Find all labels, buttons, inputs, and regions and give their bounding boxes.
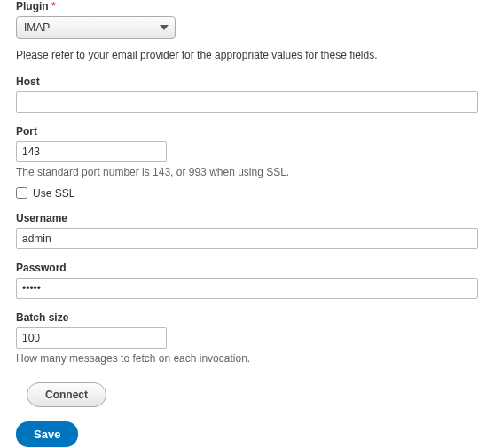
plugin-field: Plugin * IMAP: [16, 0, 478, 39]
connect-button[interactable]: Connect: [27, 382, 106, 407]
port-desc: The standard port number is 143, or 993 …: [16, 166, 478, 178]
batch-input[interactable]: [16, 327, 167, 349]
plugin-label-text: Plugin: [16, 0, 49, 12]
plugin-label: Plugin *: [16, 0, 478, 12]
plugin-select[interactable]: IMAP: [16, 16, 176, 39]
port-label: Port: [16, 125, 478, 138]
ssl-label: Use SSL: [33, 187, 74, 200]
save-button[interactable]: Save: [16, 421, 78, 447]
password-input[interactable]: [16, 278, 478, 299]
plugin-hint: Please refer to your email provider for …: [16, 48, 478, 63]
plugin-select-wrap: IMAP: [16, 16, 176, 39]
required-marker: *: [51, 0, 56, 12]
host-field: Host: [16, 75, 478, 113]
batch-field: Batch size How many messages to fetch on…: [16, 311, 478, 365]
password-label: Password: [16, 262, 478, 274]
batch-desc: How many messages to fetch on each invoc…: [16, 352, 478, 365]
host-label: Host: [16, 75, 478, 88]
port-field: Port The standard port number is 143, or…: [16, 125, 478, 178]
username-label: Username: [16, 212, 478, 224]
host-input[interactable]: [16, 91, 478, 113]
ssl-checkbox[interactable]: [16, 187, 27, 199]
batch-label: Batch size: [16, 311, 478, 324]
port-input[interactable]: [16, 141, 167, 162]
username-input[interactable]: [16, 228, 478, 249]
username-field: Username: [16, 212, 478, 249]
ssl-field: Use SSL: [16, 187, 478, 200]
password-field: Password: [16, 262, 478, 299]
